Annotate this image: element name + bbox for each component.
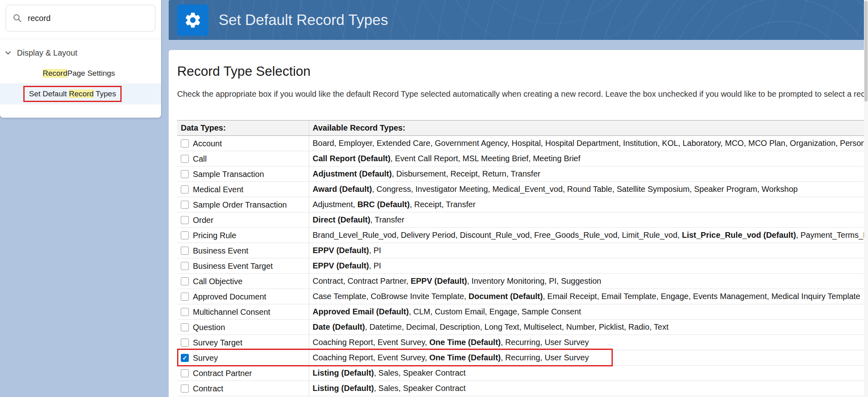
column-header-data-types: Data Types:: [177, 121, 309, 136]
data-type-cell: Call: [177, 151, 309, 166]
sidebar-item-record-page-settings[interactable]: Record Page Settings: [0, 63, 161, 83]
available-record-types-cell: Date (Default), Datetime, Decimal, Descr…: [309, 320, 868, 335]
table-row: CallCall Report (Default), Event Call Re…: [177, 151, 868, 166]
record-type-text: , Inventory Monitoring, PI, Suggestion: [467, 276, 601, 285]
data-type-label: Call Objective: [193, 277, 242, 286]
table-row: Sample Order TransactionAdjustment, BRC …: [177, 197, 868, 212]
checkbox-unchecked[interactable]: [181, 308, 189, 316]
vertical-scrollbar[interactable]: [864, 0, 868, 397]
checkbox-checked[interactable]: ✓: [181, 354, 189, 362]
table-row: Medical EventAward (Default), Congress, …: [177, 182, 868, 197]
record-type-text: EPPV (Default): [411, 276, 467, 285]
checkbox-unchecked[interactable]: [181, 155, 189, 163]
data-type-cell: Contract Partner: [177, 366, 309, 381]
available-record-types-cell: Coaching Report, Event Survey, One Time …: [309, 335, 868, 350]
table-row: ✓SurveyCoaching Report, Event Survey, On…: [177, 350, 868, 366]
record-type-text: Adjustment (Default): [313, 169, 392, 178]
record-type-text: , Datetime, Decimal, Description, Long T…: [365, 322, 669, 331]
record-type-table-wrap: Data Types: Available Record Types: Acco…: [177, 120, 868, 396]
data-type-label: Business Event Target: [193, 262, 273, 270]
checkbox-unchecked[interactable]: [181, 170, 189, 178]
label-part: Types: [94, 89, 116, 98]
checkbox-unchecked[interactable]: [181, 369, 189, 377]
record-type-text: , Congress, Investigator Meeting, Medica…: [372, 185, 798, 193]
scrollbar-thumb[interactable]: [864, 1, 868, 102]
record-type-table: Data Types: Available Record Types: Acco…: [177, 120, 868, 396]
table-row: Multichannel ConsentApproved Email (Defa…: [177, 304, 868, 320]
checkbox-unchecked[interactable]: [181, 216, 189, 224]
available-record-types-cell: Direct (Default), Transfer: [309, 212, 868, 228]
search-input[interactable]: [6, 5, 155, 31]
checkbox-unchecked[interactable]: [181, 247, 189, 255]
record-type-text: Approved Email (Default): [313, 307, 409, 316]
checkbox-unchecked[interactable]: [181, 231, 189, 239]
data-type-label: Multichannel Consent: [193, 308, 270, 316]
checkbox-unchecked[interactable]: [181, 385, 189, 393]
checkbox-unchecked[interactable]: [181, 339, 189, 347]
table-row: Contract PartnerListing (Default), Sales…: [177, 366, 868, 381]
checkbox-unchecked[interactable]: [181, 201, 189, 209]
tree-section-label: Display & Layout: [17, 48, 77, 58]
data-type-cell: Call Objective: [177, 274, 309, 289]
data-type-cell: Sample Transaction: [177, 166, 309, 182]
available-record-types-cell: Award (Default), Congress, Investigator …: [309, 182, 868, 197]
available-record-types-cell: Listing (Default), Sales, Speaker Contra…: [309, 381, 868, 396]
sidebar-item-set-default-record-types[interactable]: Set Default Record Types: [0, 83, 161, 104]
record-type-text: Coaching Report, Event Survey,: [313, 338, 430, 347]
record-type-text: , Receipt, Transfer: [410, 200, 475, 209]
checkbox-unchecked[interactable]: [181, 185, 189, 193]
table-row: OrderDirect (Default), Transfer: [177, 212, 868, 228]
data-type-label: Business Event: [193, 246, 248, 255]
available-record-types-cell: Adjustment, BRC (Default), Receipt, Tran…: [309, 197, 868, 212]
record-type-text: , Disbursement, Receipt, Return, Transfe…: [392, 169, 540, 178]
available-record-types-cell: Call Report (Default), Event Call Report…: [309, 151, 868, 166]
data-type-label: Account: [193, 139, 222, 148]
table-row: Approved DocumentCase Template, CoBrowse…: [177, 289, 868, 304]
data-type-cell: Approved Document: [177, 289, 309, 304]
data-type-label: Contract: [193, 384, 223, 393]
record-type-text: Adjustment,: [313, 200, 358, 209]
gear-icon: [184, 11, 202, 29]
record-type-text: Brand_Level_Rule_vod, Delivery Period, D…: [313, 231, 682, 239]
checkbox-unchecked[interactable]: [181, 262, 189, 270]
record-type-text: , Recurring, User Survey: [501, 353, 589, 362]
record-type-text: , Sales, Speaker Contract: [374, 368, 466, 377]
checkbox-unchecked[interactable]: [181, 277, 189, 285]
record-type-text: BRC (Default): [358, 200, 410, 209]
available-record-types-cell: Brand_Level_Rule_vod, Delivery Period, D…: [309, 228, 868, 243]
checkbox-unchecked[interactable]: [181, 293, 189, 301]
data-type-label: Sample Transaction: [193, 170, 264, 179]
available-record-types-cell: Contract, Contract Partner, EPPV (Defaul…: [309, 274, 868, 289]
data-type-cell: Business Event Target: [177, 258, 309, 274]
record-type-text: List_Price_Rule_vod (Default): [682, 231, 796, 239]
checkbox-unchecked[interactable]: [181, 323, 189, 331]
record-type-text: , PI: [369, 261, 381, 270]
table-row: Sample TransactionAdjustment (Default), …: [177, 166, 868, 182]
tree-section-display-and-layout[interactable]: Display & Layout: [0, 42, 161, 63]
data-type-cell: Business Event: [177, 243, 309, 258]
table-row: Business EventEPPV (Default), PI: [177, 243, 868, 258]
data-type-cell: Medical Event: [177, 182, 309, 197]
data-type-label: Approved Document: [193, 292, 266, 301]
record-type-text: Call Report (Default): [313, 154, 391, 163]
record-type-text: Listing (Default): [313, 368, 374, 377]
search-icon: [13, 14, 22, 23]
setup-sidebar: Display & Layout Record Page Settings Se…: [0, 0, 161, 118]
data-type-label: Contract Partner: [193, 369, 252, 378]
data-type-cell: Multichannel Consent: [177, 304, 309, 320]
record-type-text: , Email Receipt, Email Template, Engage,…: [543, 292, 860, 301]
setup-tree: Display & Layout Record Page Settings Se…: [0, 39, 161, 104]
available-record-types-cell: Board, Employer, Extended Care, Governme…: [309, 136, 868, 151]
checkbox-unchecked[interactable]: [181, 139, 189, 148]
table-row: ContractListing (Default), Sales, Speake…: [177, 381, 868, 396]
section-description: Check the appropriate box if you would l…: [177, 89, 868, 99]
record-type-text: Date (Default): [313, 322, 365, 331]
sidebar-annotation-box: Set Default Record Types: [23, 86, 122, 102]
label-part: Record: [69, 89, 93, 98]
record-type-text: , Event Call Report, MSL Meeting Brief, …: [391, 154, 581, 163]
data-type-label: Survey Target: [193, 338, 242, 347]
table-row: Call ObjectiveContract, Contract Partner…: [177, 274, 868, 289]
record-type-text: Document (Default): [469, 292, 543, 301]
record-type-text: EPPV (Default): [313, 261, 369, 270]
data-type-cell: Contract: [177, 381, 309, 396]
